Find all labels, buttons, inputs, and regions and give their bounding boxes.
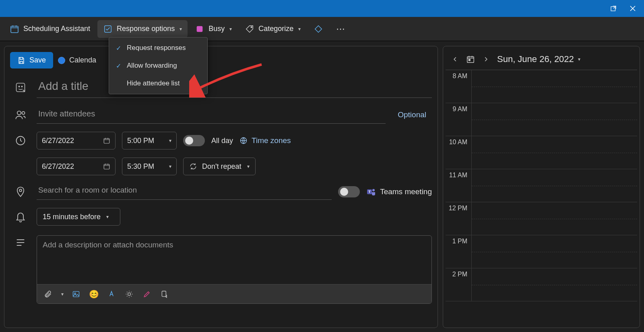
save-button[interactable]: Save — [10, 52, 53, 68]
menu-allow-forwarding[interactable]: ✓ Allow forwarding — [109, 57, 207, 75]
svg-point-9 — [22, 112, 25, 114]
popout-button[interactable] — [605, 0, 621, 17]
title-input[interactable] — [37, 77, 432, 98]
chevron-down-icon[interactable]: ▾ — [61, 291, 64, 297]
draw-button[interactable] — [142, 289, 152, 299]
response-options-button[interactable]: Response options ▾ — [97, 20, 188, 38]
globe-icon — [239, 137, 248, 145]
repeat-value: Don't repeat — [202, 162, 242, 171]
hour-label: 9 AM — [446, 103, 471, 136]
blank-icon — [115, 80, 122, 87]
hour-slot[interactable] — [471, 202, 637, 235]
attach-button[interactable] — [43, 289, 53, 299]
timeline[interactable]: 8 AM9 AM10 AM11 AM12 PM1 PM2 PM — [446, 70, 637, 328]
emoji-picker-button[interactable] — [11, 82, 30, 93]
chevron-down-icon: ▾ — [229, 26, 232, 32]
close-button[interactable] — [625, 0, 641, 17]
scheduling-assistant-button[interactable]: Scheduling Assistant — [4, 20, 96, 38]
calendar-selector[interactable]: Calenda — [58, 56, 96, 64]
response-options-menu: ✓ Request responses ✓ Allow forwarding H… — [109, 37, 208, 94]
reminder-selector[interactable]: 15 minutes before ▾ — [37, 208, 120, 226]
menu-hide-attendee-list[interactable]: Hide attendee list — [109, 75, 207, 92]
hour-row[interactable]: 1 PM — [446, 235, 637, 268]
diamond-icon — [314, 24, 323, 34]
svg-rect-21 — [162, 291, 166, 296]
svg-rect-11 — [104, 139, 109, 143]
date-picker-button[interactable]: Sun, June 26, 2022 ▾ — [497, 54, 580, 64]
svg-rect-1 — [11, 26, 18, 33]
start-date-value: 6/27/2022 — [42, 137, 74, 145]
busy-button[interactable]: Busy ▾ — [189, 20, 237, 38]
svg-point-20 — [128, 293, 131, 295]
brightness-button[interactable] — [124, 289, 134, 299]
hour-label: 8 AM — [446, 70, 471, 103]
more-button[interactable]: ⋯ — [330, 20, 351, 38]
emoji-button[interactable]: 😊 — [89, 289, 99, 299]
menu-hide-attendee-label: Hide attendee list — [127, 79, 180, 87]
svg-rect-18 — [73, 291, 79, 297]
svg-rect-3 — [197, 26, 203, 32]
time-zones-button[interactable]: Time zones — [239, 136, 291, 145]
location-input[interactable] — [37, 183, 332, 200]
start-time-picker[interactable]: 5:00 PM ▾ — [122, 132, 177, 149]
start-date-picker[interactable]: 6/27/2022 — [37, 132, 116, 149]
chevron-down-icon: ▾ — [578, 56, 580, 62]
hour-slot[interactable] — [471, 169, 637, 202]
chevron-down-icon: ▾ — [247, 164, 250, 169]
hour-slot[interactable] — [471, 103, 637, 136]
hour-slot[interactable] — [471, 235, 637, 268]
hour-row[interactable]: 8 AM — [446, 70, 637, 103]
description-input[interactable] — [37, 236, 431, 284]
svg-point-14 — [19, 189, 22, 191]
people-icon — [11, 109, 30, 120]
hour-label: 10 AM — [446, 136, 471, 169]
optional-attendees-button[interactable]: Optional — [392, 110, 432, 119]
calendar-selector-label: Calenda — [69, 56, 96, 64]
hour-row[interactable]: 11 AM — [446, 169, 637, 202]
clock-icon — [11, 135, 30, 146]
end-date-picker[interactable]: 6/27/2022 — [37, 158, 116, 175]
save-label: Save — [29, 56, 46, 64]
insert-image-button[interactable] — [71, 289, 81, 299]
private-button[interactable] — [308, 20, 329, 38]
attendees-input[interactable] — [37, 106, 386, 124]
calendar-icon — [103, 163, 110, 170]
repeat-selector[interactable]: Don't repeat ▾ — [183, 158, 256, 175]
hour-row[interactable]: 10 AM — [446, 136, 637, 169]
teams-meeting-toggle[interactable] — [338, 186, 360, 197]
chevron-down-icon: ▾ — [169, 164, 171, 169]
description-icon — [11, 234, 30, 248]
description-toolbar: ▾ 😊 — [37, 284, 431, 303]
hour-slot[interactable] — [471, 268, 637, 301]
hour-row[interactable]: 9 AM — [446, 103, 637, 136]
next-day-button[interactable] — [479, 53, 492, 66]
hour-row[interactable]: 2 PM — [446, 268, 637, 301]
repeat-icon — [189, 162, 197, 170]
menu-allow-forwarding-label: Allow forwarding — [127, 62, 177, 70]
svg-point-7 — [21, 86, 22, 87]
checkbox-icon — [103, 24, 113, 34]
more-format-button[interactable] — [159, 289, 170, 299]
hour-slot[interactable] — [471, 136, 637, 169]
end-time-picker[interactable]: 5:30 PM ▾ — [122, 158, 177, 175]
chevron-down-icon: ▾ — [298, 26, 301, 32]
prev-day-button[interactable] — [449, 53, 462, 66]
check-icon: ✓ — [115, 62, 122, 69]
menu-request-responses[interactable]: ✓ Request responses — [109, 39, 207, 57]
title-bar — [0, 0, 644, 17]
calendar-color-dot — [58, 57, 65, 64]
font-color-button[interactable] — [106, 289, 117, 299]
all-day-toggle[interactable] — [183, 135, 205, 146]
hour-label: 1 PM — [446, 235, 471, 268]
time-zones-label: Time zones — [252, 136, 291, 145]
hour-label: 2 PM — [446, 268, 471, 301]
teams-icon: T — [366, 187, 376, 197]
day-preview-panel: Sun, June 26, 2022 ▾ 8 AM9 AM10 AM11 AM1… — [443, 46, 640, 328]
svg-point-4 — [251, 27, 252, 28]
response-options-label: Response options — [117, 25, 175, 33]
categorize-button[interactable]: Categorize ▾ — [239, 20, 306, 38]
hour-row[interactable]: 12 PM — [446, 202, 637, 235]
today-button[interactable] — [464, 53, 477, 66]
categorize-label: Categorize — [258, 25, 293, 33]
hour-slot[interactable] — [471, 70, 637, 103]
